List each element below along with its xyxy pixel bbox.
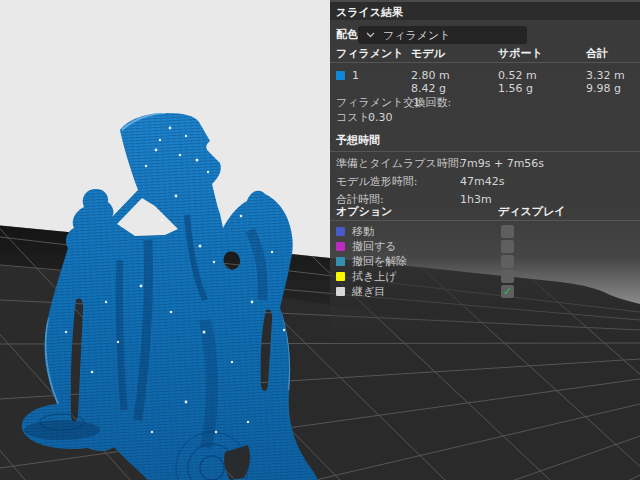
seam-color-swatch [336,287,345,296]
total-length: 3.32 m [586,69,625,82]
col-header-support: サポート [498,47,543,60]
display-checkbox-wipe[interactable]: ✓ [501,270,514,283]
total-weight: 9.98 g [586,82,621,95]
col-header-total: 合計 [586,47,608,60]
seam-label: 継ぎ目 [352,285,385,298]
prepare-time-label: 準備とタイムラプス時間: [336,157,463,170]
panel-title: スライス結果 [336,6,403,19]
color-scheme-value: フィラメント [383,29,451,42]
option-row-travel: 移動 ✓ [336,225,634,239]
color-scheme-label: 配色 [336,28,358,41]
support-length: 0.52 m [498,69,537,82]
retract-color-swatch [336,242,345,251]
total-time-value: 1h3m [460,193,492,206]
model-length: 2.80 m [411,69,450,82]
color-scheme-dropdown[interactable]: フィラメント [358,26,527,44]
retract-label: 撤回する [352,240,397,253]
display-checkbox-travel[interactable]: ✓ [501,225,514,238]
option-row-seam: 継ぎ目 ✓ [336,285,634,299]
filament-id: 1 [352,69,359,82]
display-checkbox-unretract[interactable]: ✓ [501,255,514,268]
display-checkbox-seam[interactable]: ✓ [501,285,514,298]
separator [330,62,640,63]
separator [330,151,640,152]
model-time-value: 47m42s [460,175,504,188]
model-time-label: モデル造形時間: [336,175,417,188]
display-title: ディスプレイ [498,205,566,218]
unretract-color-swatch [336,257,345,266]
unretract-label: 撤回を解除 [352,255,407,268]
option-row-retract: 撤回する ✓ [336,240,634,254]
display-checkbox-retract[interactable]: ✓ [501,240,514,253]
travel-color-swatch [336,227,345,236]
wipe-color-swatch [336,272,345,281]
panel-titlebar: スライス結果 [330,0,640,20]
option-row-unretract: 撤回を解除 ✓ [336,255,634,269]
options-title: オプション [336,205,392,218]
cost-value: 0.30 [368,111,393,124]
filament-color-swatch [336,71,345,80]
filament-changes-value: 1 [413,96,420,109]
option-row-wipe: 拭き上げ ✓ [336,270,634,284]
col-header-filament: フィラメント [336,47,404,60]
slice-result-panel: スライス結果 配色 フィラメント フィラメント モデル サポート 合計 1 2.… [330,0,640,360]
chevron-down-icon [366,32,375,38]
filament-changes-label: フィラメント交換回数: [336,96,451,109]
slicer-window: スライス結果 配色 フィラメント フィラメント モデル サポート 合計 1 2.… [0,0,640,480]
col-header-model: モデル [411,47,445,60]
travel-label: 移動 [352,225,374,238]
wipe-label: 拭き上げ [352,270,397,283]
support-weight: 1.56 g [498,82,533,95]
prepare-time-value: 7m9s + 7m56s [460,157,544,170]
separator [330,220,640,221]
time-section-title: 予想時間 [336,134,380,147]
model-weight: 8.42 g [411,82,446,95]
